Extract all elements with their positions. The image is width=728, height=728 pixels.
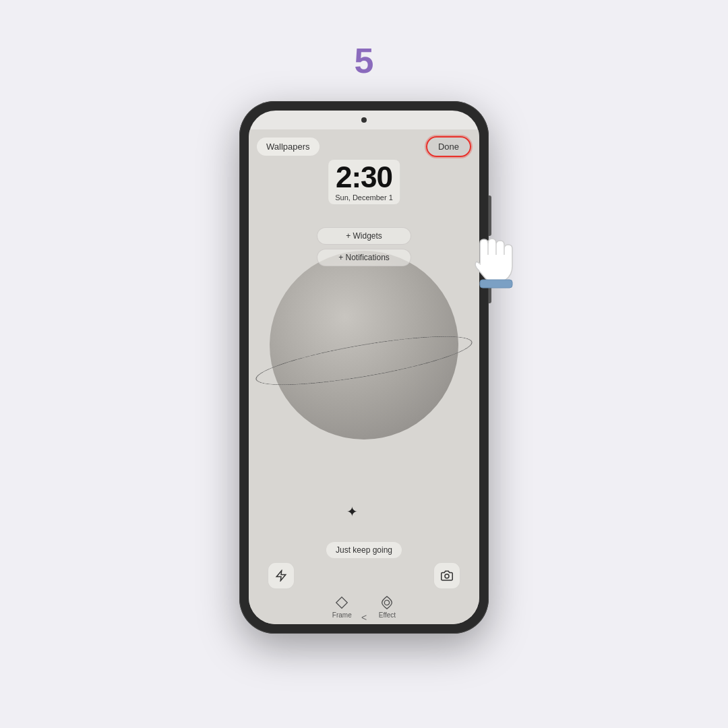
bottom-icons <box>249 562 479 589</box>
camera-area <box>249 111 479 129</box>
clock-date: Sun, December 1 <box>335 193 393 202</box>
motivational-text: Just keep going <box>326 542 402 558</box>
notifications-pill[interactable]: + Notifications <box>317 249 411 266</box>
wallpapers-button[interactable]: Wallpapers <box>257 138 320 156</box>
back-chevron[interactable]: < <box>361 612 367 623</box>
flashlight-icon[interactable] <box>268 562 295 589</box>
svg-rect-6 <box>480 280 512 288</box>
svg-point-1 <box>445 574 449 578</box>
clock-widget: 2:30 Sun, December 1 <box>328 160 400 204</box>
nav-effect[interactable]: Effect <box>379 595 396 619</box>
phone-screen: ✦ Wallpapers Done 2:30 Sun, December 1 +… <box>249 111 479 624</box>
pill-container: + Widgets + Notifications <box>317 227 411 266</box>
cursor-hand <box>463 214 537 289</box>
svg-marker-0 <box>276 571 286 581</box>
nav-frame[interactable]: Frame <box>332 595 352 619</box>
step-number: 5 <box>355 40 374 81</box>
phone-mockup: ✦ Wallpapers Done 2:30 Sun, December 1 +… <box>239 101 489 634</box>
sparkle-star: ✦ <box>346 504 358 520</box>
widgets-pill[interactable]: + Widgets <box>317 227 411 245</box>
done-button[interactable]: Done <box>426 136 471 157</box>
top-bar: Wallpapers Done <box>249 129 479 164</box>
effect-label: Effect <box>379 611 396 619</box>
camera-icon[interactable] <box>433 562 460 589</box>
camera-dot <box>361 117 367 123</box>
frame-label: Frame <box>332 611 352 619</box>
wallpaper-background: ✦ Wallpapers Done 2:30 Sun, December 1 +… <box>249 129 479 624</box>
clock-box: 2:30 Sun, December 1 <box>328 160 400 204</box>
svg-point-2 <box>385 600 390 605</box>
clock-time: 2:30 <box>335 162 393 192</box>
